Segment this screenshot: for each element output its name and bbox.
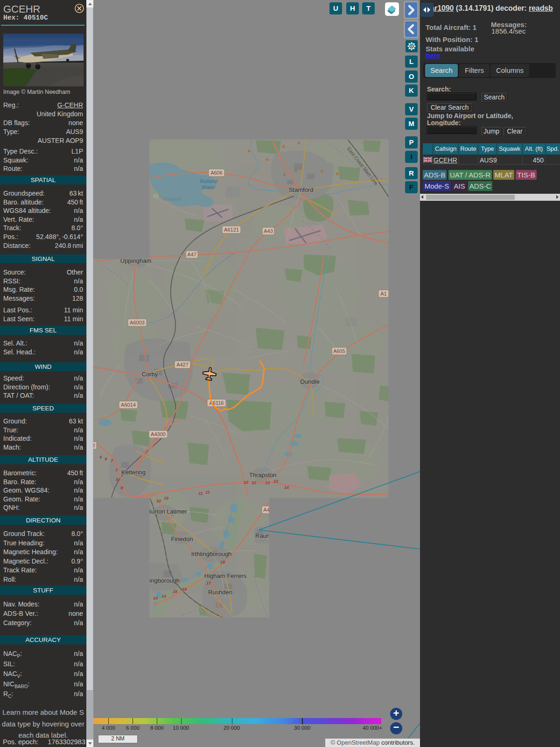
svg-text:A1: A1 xyxy=(380,291,386,296)
svg-text:ll: ll xyxy=(93,443,95,448)
svg-text:Rushden: Rushden xyxy=(208,589,232,596)
svg-text:Thrapston: Thrapston xyxy=(249,472,277,479)
svg-text:A427: A427 xyxy=(176,362,189,367)
svg-text:15: 15 xyxy=(173,589,178,594)
svg-text:Water: Water xyxy=(202,184,216,190)
svg-text:Uppingham: Uppingham xyxy=(120,257,152,264)
svg-text:A43: A43 xyxy=(264,228,273,234)
svg-text:8: 8 xyxy=(120,486,123,490)
svg-text:A4300: A4300 xyxy=(151,431,166,437)
svg-text:17: 17 xyxy=(206,581,211,585)
svg-text:Wellingborough: Wellingborough xyxy=(138,577,180,584)
svg-text:Raunds: Raunds xyxy=(255,532,276,539)
svg-text:A47: A47 xyxy=(187,252,196,257)
svg-text:14: 14 xyxy=(284,485,289,490)
svg-text:A6121: A6121 xyxy=(224,227,239,233)
svg-text:14: 14 xyxy=(161,594,166,599)
svg-text:Burton Latimer: Burton Latimer xyxy=(147,508,187,515)
svg-text:14: 14 xyxy=(153,596,158,600)
svg-text:Stamford: Stamford xyxy=(289,186,314,193)
svg-text:A6014: A6014 xyxy=(121,402,136,408)
svg-text:Finedon: Finedon xyxy=(171,536,193,543)
svg-text:13: 13 xyxy=(265,480,270,485)
svg-text:A605: A605 xyxy=(333,348,345,354)
svg-text:Oundle: Oundle xyxy=(300,378,320,385)
svg-text:A606: A606 xyxy=(210,170,223,176)
svg-text:10: 10 xyxy=(156,499,161,503)
svg-text:11: 11 xyxy=(205,490,210,494)
svg-text:A6003: A6003 xyxy=(130,320,145,325)
svg-text:11: 11 xyxy=(198,491,203,496)
svg-text:18: 18 xyxy=(220,560,225,564)
svg-text:16: 16 xyxy=(182,587,187,592)
svg-text:Kettering: Kettering xyxy=(121,469,146,476)
svg-text:12: 12 xyxy=(244,480,248,485)
svg-text:10: 10 xyxy=(164,496,168,500)
svg-text:Higham Ferrers: Higham Ferrers xyxy=(204,572,247,579)
svg-text:Corby: Corby xyxy=(142,371,158,378)
svg-text:Rutland: Rutland xyxy=(162,196,181,202)
svg-text:A45: A45 xyxy=(263,507,273,513)
svg-text:Rutland: Rutland xyxy=(200,178,218,184)
svg-text:Irthlingborough: Irthlingborough xyxy=(191,550,232,557)
svg-text:13: 13 xyxy=(273,479,278,484)
svg-text:8: 8 xyxy=(116,477,118,482)
svg-text:12: 12 xyxy=(252,480,256,485)
